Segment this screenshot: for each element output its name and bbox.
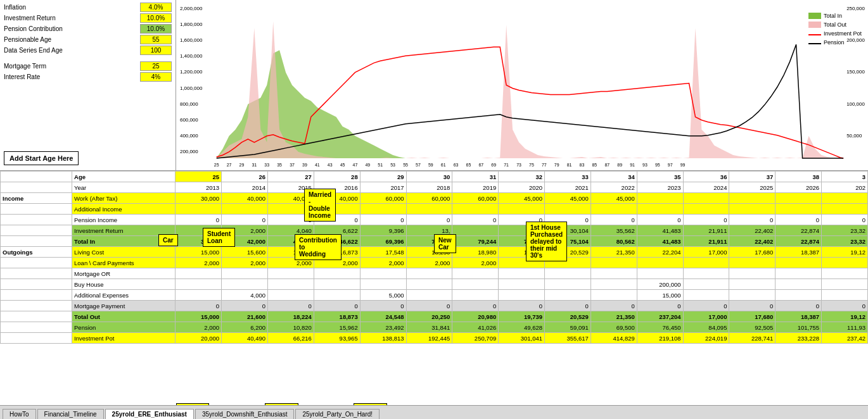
- buy-2021: [545, 279, 591, 290]
- loan-2022: [590, 258, 637, 268]
- ip-2024: 224,019: [683, 333, 729, 344]
- tab-35yrold-downshift[interactable]: 35yrold_Downshift_Enthusiast: [195, 409, 295, 419]
- pension-label: Pension: [72, 322, 176, 333]
- data-table: Age 25 26 27 28 29 30 31 32 33 34 35 36 …: [0, 171, 868, 344]
- loan-2017: 2,000: [360, 258, 406, 268]
- ip-2013: 20,000: [176, 333, 222, 344]
- lc-2019: 18,980: [452, 247, 499, 258]
- work-2013: 30,000: [176, 193, 222, 204]
- row-additional-expenses: Additional Expenses 4,000 5,000 15,000: [1, 290, 868, 301]
- section-loan-empty: [1, 258, 72, 268]
- section-to-empty: [1, 311, 72, 322]
- buy-202x: [822, 279, 868, 290]
- row-mortgage-payment: Mortgage Payment 0 0 0 0 0 0 0 0 0 0 0 0…: [1, 301, 868, 311]
- ae-2015: [267, 290, 314, 301]
- ti-2013: 32,000: [176, 236, 222, 247]
- ti-2014: 42,000: [222, 236, 268, 247]
- age-31: 31: [452, 172, 499, 182]
- legend-total-in-color: [808, 13, 821, 19]
- age-header: Age: [72, 172, 176, 182]
- svg-text:150,000: 150,000: [846, 69, 865, 75]
- work-2015: 40,000: [267, 193, 314, 204]
- section-age-empty: [1, 172, 72, 182]
- svg-text:41: 41: [315, 163, 320, 167]
- add-income-202x: [822, 204, 868, 215]
- to-2014: 21,600: [222, 311, 268, 322]
- loan-2026: [775, 258, 822, 268]
- mort-or-2018: [406, 268, 452, 279]
- investment-pot-label: Investment Pot: [72, 333, 176, 344]
- age-37: 37: [729, 172, 775, 182]
- to-2022: 21,350: [590, 311, 637, 322]
- mp-2021: 0: [545, 301, 591, 311]
- svg-text:47: 47: [353, 163, 358, 167]
- pen-2024: 84,095: [683, 322, 729, 333]
- year-2015: 2015: [267, 182, 314, 193]
- add-start-age-box[interactable]: Add Start Age Here: [4, 151, 79, 165]
- mp-2026: 0: [775, 301, 822, 311]
- mp-2023: 0: [637, 301, 683, 311]
- loan-2016: 2,000: [314, 258, 360, 268]
- pension-income-2022: 0: [590, 215, 637, 225]
- tab-25yrold-ere[interactable]: 25yrold_ERE_Enthusiast: [105, 409, 194, 419]
- pen-2019: 41,026: [452, 322, 499, 333]
- svg-text:63: 63: [454, 163, 459, 167]
- add-income-2018: [406, 204, 452, 215]
- svg-text:400,000: 400,000: [180, 133, 198, 139]
- buy-2017: [360, 279, 406, 290]
- param-interest-rate: Interest Rate 4%: [4, 72, 172, 82]
- pension-income-2023: 0: [637, 215, 683, 225]
- tab-25yrold-party[interactable]: 25yrold_Party_On_Hard!: [295, 409, 380, 419]
- buy-2015: [267, 279, 314, 290]
- ir-2022: 35,562: [590, 225, 637, 236]
- lc-202x: 19,12: [822, 247, 868, 258]
- svg-text:77: 77: [542, 163, 547, 167]
- mort-or-202x: [822, 268, 868, 279]
- ti-2021: 75,104: [545, 236, 591, 247]
- age-25: 25: [176, 172, 222, 182]
- to-2019: 20,980: [452, 311, 499, 322]
- ip-2016: 93,965: [314, 333, 360, 344]
- mp-2020: 0: [499, 301, 545, 311]
- svg-text:33: 33: [264, 163, 269, 167]
- svg-text:31: 31: [252, 163, 257, 167]
- pension-income-2019: 0: [452, 215, 499, 225]
- svg-text:87: 87: [604, 163, 610, 167]
- svg-text:35: 35: [277, 163, 282, 167]
- row-additional-income: Additional Income: [1, 204, 868, 215]
- mortgage-or-label: Mortgage OR: [72, 268, 176, 279]
- svg-text:45: 45: [340, 163, 345, 167]
- add-income-2023: [637, 204, 683, 215]
- end-age-value: 100: [140, 46, 172, 55]
- invest-return-label: Investment Return: [4, 15, 140, 22]
- mort-or-2024: [683, 268, 729, 279]
- tab-howto[interactable]: HowTo: [3, 409, 36, 419]
- year-2018: 2018: [406, 182, 452, 193]
- ti-202x: 23,32: [822, 236, 868, 247]
- legend-pension-label: Pension: [824, 39, 845, 46]
- row-income-work: Income Work (After Tax) 30,000 40,000 40…: [1, 193, 868, 204]
- data-table-wrapper[interactable]: Age 25 26 27 28 29 30 31 32 33 34 35 36 …: [0, 171, 868, 405]
- age-30: 30: [406, 172, 452, 182]
- svg-text:800,000: 800,000: [180, 101, 198, 107]
- mort-or-2022: [590, 268, 637, 279]
- svg-text:29: 29: [239, 163, 245, 167]
- add-income-2024: [683, 204, 729, 215]
- row-age: Age 25 26 27 28 29 30 31 32 33 34 35 36 …: [1, 172, 868, 182]
- ir-2013: 2,000: [176, 225, 222, 236]
- tab-financial-timeline[interactable]: Financial_Timeline: [37, 409, 104, 419]
- ti-2023: 41,483: [637, 236, 683, 247]
- loan-2014: 2,000: [222, 258, 268, 268]
- buy-2024: [683, 279, 729, 290]
- pen-202x: 111,93: [822, 322, 868, 333]
- loan-2015: 2,000: [267, 258, 314, 268]
- ir-2023: 41,483: [637, 225, 683, 236]
- mp-2013: 0: [176, 301, 222, 311]
- ae-2023: 15,000: [637, 290, 683, 301]
- work-2014: 40,000: [222, 193, 268, 204]
- ti-2018: 73,881: [406, 236, 452, 247]
- svg-text:79: 79: [554, 163, 559, 167]
- param-mortgage-term: Mortgage Term 25: [4, 61, 172, 71]
- to-2020: 19,739: [499, 311, 545, 322]
- section-ir-empty: [1, 225, 72, 236]
